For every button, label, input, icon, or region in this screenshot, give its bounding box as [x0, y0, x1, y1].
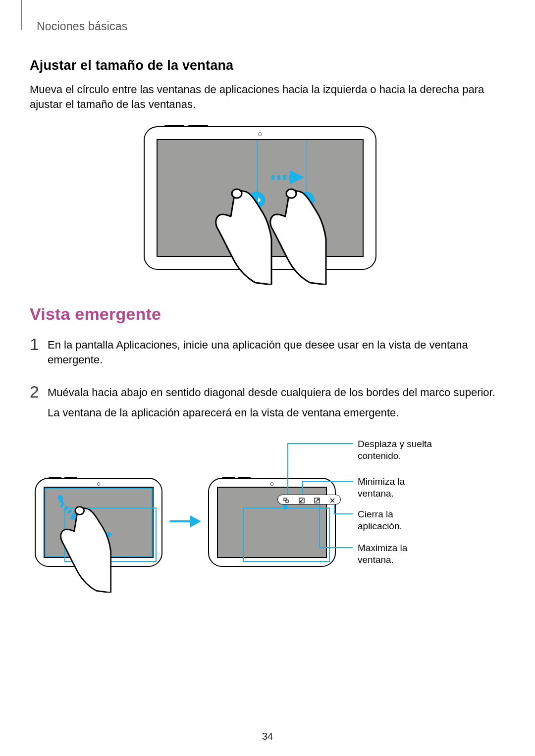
finger-icon	[263, 186, 327, 285]
step-text: Muévala hacia abajo en sentido diagonal …	[48, 385, 495, 400]
step-number: 2	[30, 383, 48, 400]
svg-point-0	[232, 189, 242, 198]
step-1: 1 En la pantalla Aplicaciones, inicie un…	[30, 338, 505, 373]
minimize-icon	[299, 497, 305, 503]
svg-point-2	[75, 506, 84, 514]
callout-close: Cierra la aplicación.	[358, 508, 427, 532]
close-icon	[329, 497, 335, 503]
callout-drag: Desplaza y suelta contenido.	[358, 438, 447, 462]
left-margin-rule	[21, 0, 22, 30]
figure-popup-view: Desplaza y suelta contenido. Minimiza la…	[30, 438, 505, 621]
step-number: 1	[30, 336, 48, 353]
step-text: La ventana de la aplicación aparecerá en…	[48, 405, 495, 420]
popup-controls-bar	[277, 495, 341, 504]
callout-minimize: Minimiza la ventana.	[358, 476, 427, 500]
paragraph-adjust: Mueva el círculo entre las ventanas de a…	[30, 82, 505, 111]
drag-content-icon	[283, 497, 289, 503]
subheading-adjust: Ajustar el tamaño de la ventana	[30, 58, 505, 73]
svg-point-1	[286, 189, 296, 198]
finger-icon	[54, 504, 112, 593]
step-2: 2 Muévala hacia abajo en sentido diagona…	[30, 385, 505, 426]
callout-maximize: Maximiza la ventana.	[358, 542, 427, 566]
heading-popup-view: Vista emergente	[30, 304, 505, 324]
page-number: 34	[0, 731, 535, 742]
maximize-icon	[314, 497, 320, 503]
figure-resize-window	[144, 126, 391, 285]
breadcrumb: Nociones básicas	[37, 20, 505, 33]
step-text: En la pantalla Aplicaciones, inicie una …	[48, 338, 505, 367]
